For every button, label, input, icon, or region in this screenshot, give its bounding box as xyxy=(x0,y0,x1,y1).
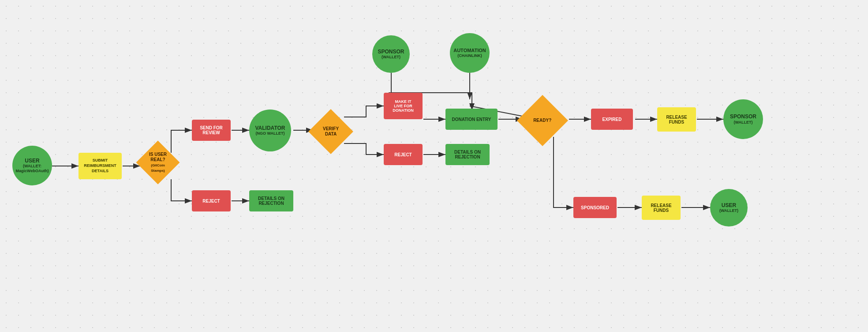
user-sublabel: (WALLET:MagicWebOAuth) xyxy=(16,164,49,174)
is-user-real-node: IS USERREAL?(GitCoinStamps) xyxy=(140,145,176,180)
verify-data-node: VERIFYDATA xyxy=(313,114,348,149)
details-rejection2-label: DETAILS ONREJECTION xyxy=(454,150,481,159)
sponsored-node: SPONSORED xyxy=(573,197,617,218)
expired-node: EXPIRED xyxy=(591,109,633,130)
user-label: USER xyxy=(16,158,49,164)
expired-label: EXPIRED xyxy=(602,117,622,122)
donation-entry-label: DONATION ENTRY xyxy=(452,117,491,122)
user-wallet-bottom-sublabel: (WALLET) xyxy=(719,208,738,213)
ready-node: READY? xyxy=(523,101,562,140)
sponsor-right-label: SPONSOR xyxy=(730,113,756,120)
reject-bottom-left-node: REJECT xyxy=(192,190,231,211)
submit-node: SUBMITREIMBURSMENTDETAILS xyxy=(79,153,122,179)
reject-bottom-left-label: REJECT xyxy=(202,199,220,204)
automation-label: AUTOMATION xyxy=(453,48,486,53)
is-user-real-label: IS USERREAL?(GitCoinStamps) xyxy=(149,152,167,173)
sponsor-right-node: SPONSOR (WALLET) xyxy=(723,99,763,139)
sponsored-label: SPONSORED xyxy=(581,205,609,210)
submit-label: SUBMITREIMBURSMENTDETAILS xyxy=(84,158,116,174)
validator-node: VALIDATOR (NGO WALLET) xyxy=(249,109,291,151)
validator-sublabel: (NGO WALLET) xyxy=(255,131,285,136)
donation-entry-node: DONATION ENTRY xyxy=(445,109,498,130)
ready-label: READY? xyxy=(533,118,551,123)
send-for-review-label: SEND FORREVIEW xyxy=(200,125,223,135)
release-funds-bottom-label: RELEASEFUNDS xyxy=(651,203,671,213)
sponsor-top-label: SPONSOR xyxy=(378,49,404,55)
sponsor-top-sublabel: (WALLET) xyxy=(378,55,404,60)
user-wallet-bottom-label: USER xyxy=(719,202,738,208)
verify-data-label: VERIFYDATA xyxy=(323,126,339,137)
reject2-node: REJECT xyxy=(384,144,423,165)
sponsor-top-node: SPONSOR (WALLET) xyxy=(372,35,410,73)
details-rejection2-node: DETAILS ONREJECTION xyxy=(445,144,490,165)
release-funds-bottom-node: RELEASEFUNDS xyxy=(642,196,681,220)
details-rejection-left-node: DETAILS ONREJECTION xyxy=(249,190,293,211)
automation-node: AUTOMATION (CHAINLINK) xyxy=(450,33,490,73)
reject2-label: REJECT xyxy=(394,152,412,157)
make-it-live-label: MAKE ITLIVE FORDONATION xyxy=(393,99,413,113)
user-node: USER (WALLET:MagicWebOAuth) xyxy=(12,146,52,185)
validator-label: VALIDATOR xyxy=(255,125,285,131)
send-for-review-node: SEND FORREVIEW xyxy=(192,120,231,141)
user-wallet-bottom-node: USER (WALLET) xyxy=(710,189,748,226)
sponsor-right-sublabel: (WALLET) xyxy=(730,120,756,125)
make-it-live-node: MAKE ITLIVE FORDONATION xyxy=(384,93,423,119)
automation-sublabel: (CHAINLINK) xyxy=(453,53,486,58)
release-funds-top-label: RELEASEFUNDS xyxy=(666,115,687,124)
details-rejection-left-label: DETAILS ONREJECTION xyxy=(258,196,284,206)
release-funds-top-node: RELEASEFUNDS xyxy=(657,107,696,132)
